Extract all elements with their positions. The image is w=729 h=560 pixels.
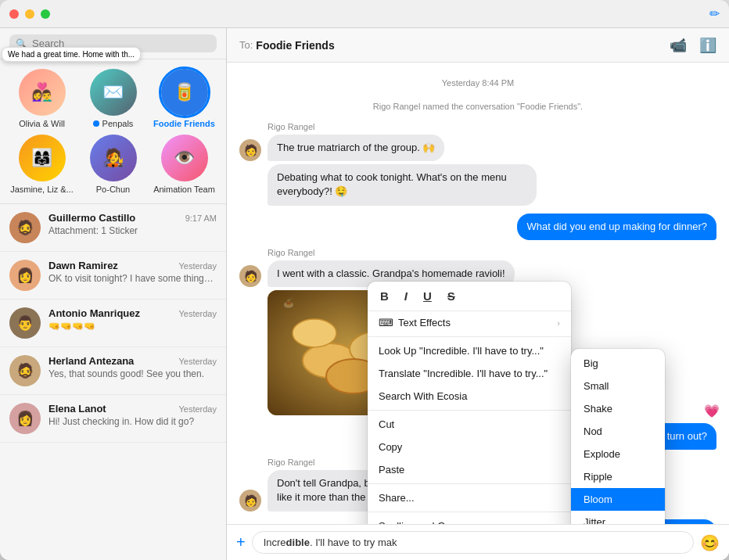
- menu-item-translate[interactable]: Translate "Incredible. I'll have to try.…: [368, 362, 571, 385]
- conv-name-elena: Elena Lanot: [48, 403, 106, 415]
- conv-item-herland[interactable]: 🧔 Herland Antezana Yesterday Yes, that s…: [0, 347, 226, 395]
- pinned-label-jasmine-liz: Jasmine, Liz &...: [10, 185, 74, 194]
- text-effects-label: Text Effects: [398, 317, 451, 328]
- main-content: 🔍 We had a great time. Home with th... 👩…: [0, 28, 729, 560]
- conv-item-dawn[interactable]: 👩 Dawn Ramirez Yesterday OK to visit ton…: [0, 252, 226, 300]
- format-italic-button[interactable]: I: [401, 288, 411, 304]
- chat-area: To: Foodie Friends 📹 ℹ️ Yesterday 8:44 P…: [227, 28, 729, 560]
- bubble-m3: What did you end up making for dinner?: [517, 214, 716, 240]
- context-menu: B I U S ⌨ Text Effects › Look Up "Inc: [368, 282, 571, 524]
- info-icon[interactable]: ℹ️: [699, 37, 716, 54]
- conv-header-elena: Elena Lanot Yesterday: [48, 403, 217, 415]
- format-underline-button[interactable]: U: [420, 288, 435, 304]
- conv-header-guillermo: Guillermo Castillo 9:17 AM: [48, 212, 217, 224]
- conv-info-elena: Elena Lanot Yesterday Hi! Just checking …: [48, 403, 217, 427]
- look-up-label: Look Up "Incredible. I'll have to try...…: [379, 345, 544, 357]
- conv-header-herland: Herland Antezana Yesterday: [48, 355, 217, 367]
- conv-name-guillermo: Guillermo Castillo: [48, 212, 135, 224]
- conv-preview-antonio: 🤜🤜🤜🤜: [48, 321, 217, 332]
- traffic-lights: [9, 9, 50, 19]
- pinned-item-po-chun[interactable]: 🧑‍🎤 Po-Chun: [81, 135, 145, 194]
- message-row-m1: 🧑 The true matriarch of the group. 🙌: [239, 135, 716, 161]
- menu-item-paste[interactable]: Paste: [368, 458, 571, 481]
- avatar-rigo-msg: 🧑: [239, 139, 261, 161]
- message-row-m3: What did you end up making for dinner?: [239, 214, 716, 240]
- cut-label: Cut: [379, 418, 394, 430]
- pinned-item-foodie-friends[interactable]: 🥫 Foodie Friends: [152, 69, 217, 128]
- submenu-item-explode[interactable]: Explode: [571, 443, 665, 465]
- conv-item-elena[interactable]: 👩 Elena Lanot Yesterday Hi! Just checkin…: [0, 395, 226, 443]
- menu-item-text-effects[interactable]: ⌨ Text Effects ›: [368, 311, 571, 334]
- pinned-conversations-grid: We had a great time. Home with th... 👩‍❤…: [0, 59, 226, 204]
- conv-time-antonio: Yesterday: [178, 309, 217, 318]
- sender-name-2: Rigo Rangel: [268, 248, 716, 257]
- app-window: ✏ 🔍 We had a great time. Home with th...…: [0, 0, 729, 560]
- conv-name-antonio: Antonio Manriquez: [48, 307, 140, 319]
- pinned-label-animation-team: Animation Team: [153, 185, 215, 194]
- pinned-item-jasmine-liz[interactable]: 👩‍👩‍👧 Jasmine, Liz &...: [9, 135, 74, 194]
- close-button[interactable]: [9, 9, 19, 19]
- compose-icon[interactable]: ✏: [709, 6, 720, 21]
- pinned-label-penpals: Penpals: [93, 119, 134, 128]
- message-input-wrapper[interactable]: Incredible. I'll have to try mak: [252, 531, 694, 554]
- conv-preview-guillermo: Attachment: 1 Sticker: [48, 225, 217, 236]
- pinned-item-animation-team[interactable]: 👁️ Animation Team: [152, 135, 217, 194]
- copy-label: Copy: [379, 441, 402, 453]
- pinned-label-foodie-friends: Foodie Friends: [153, 119, 215, 128]
- avatar-jasmine-liz: 👩‍👩‍👧: [19, 135, 66, 181]
- submenu-item-big[interactable]: Big: [571, 352, 665, 375]
- context-menu-overlay: B I U S ⌨ Text Effects › Look Up "Inc: [368, 282, 571, 524]
- submenu-item-ripple[interactable]: Ripple: [571, 465, 665, 488]
- add-button[interactable]: +: [236, 533, 246, 551]
- chat-to-label: To:: [239, 39, 253, 51]
- emoji-button[interactable]: 😊: [700, 533, 720, 552]
- avatar-animation-team: 👁️: [161, 135, 208, 181]
- avatar-elena: 👩: [9, 403, 41, 434]
- text-effects-icon: ⌨: [379, 317, 393, 328]
- conv-time-herland: Yesterday: [178, 357, 217, 366]
- submenu-item-jitter[interactable]: Jitter: [571, 511, 665, 524]
- submenu-item-shake[interactable]: Shake: [571, 397, 665, 420]
- menu-item-cut[interactable]: Cut: [368, 413, 571, 436]
- svg-text:🍝: 🍝: [283, 297, 294, 308]
- conv-time-elena: Yesterday: [178, 404, 217, 414]
- pinned-item-olivia-will[interactable]: We had a great time. Home with th... 👩‍❤…: [9, 69, 74, 128]
- unread-dot: [93, 120, 99, 127]
- menu-item-copy[interactable]: Copy: [368, 436, 571, 458]
- submenu-item-small[interactable]: Small: [571, 375, 665, 397]
- bubble-m1: The true matriarch of the group. 🙌: [268, 135, 444, 161]
- pinned-label-po-chun: Po-Chun: [96, 185, 130, 194]
- conv-header-dawn: Dawn Ramirez Yesterday: [48, 260, 217, 271]
- submenu-item-bloom[interactable]: Bloom: [571, 488, 665, 511]
- chevron-spelling-icon: ›: [557, 522, 560, 525]
- avatar-penpals: ✉️: [90, 69, 137, 116]
- menu-item-share[interactable]: Share...: [368, 486, 571, 509]
- fullscreen-button[interactable]: [41, 9, 50, 19]
- sidebar: 🔍 We had a great time. Home with th... 👩…: [0, 28, 227, 560]
- conv-item-guillermo[interactable]: 🧔 Guillermo Castillo 9:17 AM Attachment:…: [0, 204, 226, 252]
- title-bar: ✏: [0, 0, 729, 28]
- context-menu-format-bar: B I U S: [368, 282, 571, 311]
- menu-item-look-up[interactable]: Look Up "Incredible. I'll have to try...…: [368, 339, 571, 362]
- heart-reaction: 💗: [704, 404, 720, 418]
- submenu-item-nod[interactable]: Nod: [571, 420, 665, 443]
- menu-separator-4: [368, 512, 571, 512]
- menu-item-spelling[interactable]: Spelling and Grammar ›: [368, 515, 571, 524]
- minimize-button[interactable]: [25, 9, 34, 19]
- menu-item-search-ecosia[interactable]: Search With Ecosia: [368, 385, 571, 407]
- conv-preview-dawn: OK to visit tonight? I have some things …: [48, 273, 217, 284]
- video-call-icon[interactable]: 📹: [670, 37, 687, 54]
- conv-preview-elena: Hi! Just checking in. How did it go?: [48, 416, 217, 427]
- paste-label: Paste: [379, 464, 404, 476]
- conv-item-antonio[interactable]: 👨 Antonio Manriquez Yesterday 🤜🤜🤜🤜: [0, 300, 226, 347]
- format-strikethrough-button[interactable]: S: [444, 288, 458, 304]
- menu-separator-2: [368, 410, 571, 411]
- bubble-m2: Debating what to cook tonight. What's on…: [268, 164, 537, 205]
- spelling-label: Spelling and Grammar: [379, 520, 480, 524]
- pinned-item-penpals[interactable]: ✉️ Penpals: [81, 69, 145, 128]
- svg-point-5: [293, 319, 336, 347]
- conversation-list: 🧔 Guillermo Castillo 9:17 AM Attachment:…: [0, 204, 226, 560]
- format-bold-button[interactable]: B: [377, 288, 392, 304]
- menu-separator-3: [368, 483, 571, 484]
- avatar-po-chun: 🧑‍🎤: [90, 135, 137, 181]
